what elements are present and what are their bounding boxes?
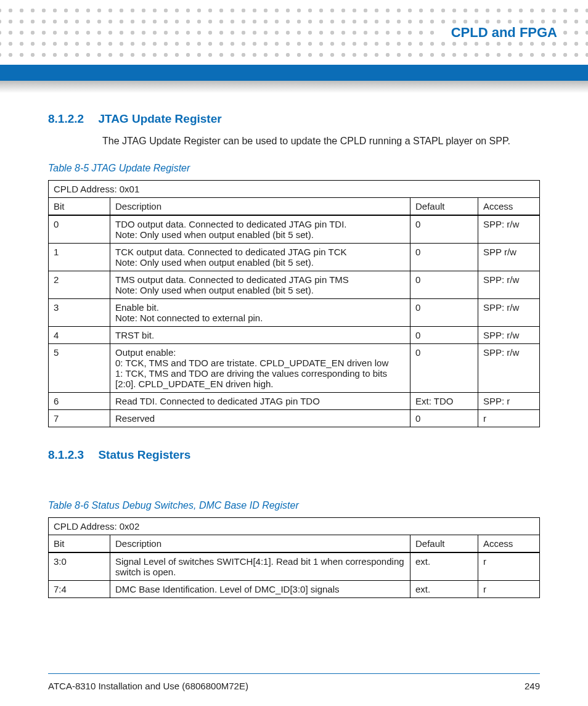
table-header-row: BitDescriptionDefaultAccess — [49, 198, 540, 216]
table-cell: TDO output data. Connected to dedicated … — [110, 215, 410, 244]
table-cell: TMS output data. Connected to dedicated … — [110, 271, 410, 299]
table-header-row: BitDescriptionDefaultAccess — [49, 535, 540, 553]
table-cell: 0 — [410, 327, 478, 344]
table-cell: 5 — [49, 344, 110, 393]
section-title: Status Registers — [98, 448, 190, 461]
table-row: 3:0Signal Level of switches SWITCH[4:1].… — [49, 552, 540, 581]
section-number: 8.1.2.3 — [48, 448, 84, 461]
table-row: 0TDO output data. Connected to dedicated… — [49, 215, 540, 244]
table-8-6: CPLD Address: 0x02BitDescriptionDefaultA… — [48, 517, 540, 598]
table-cell: 3:0 — [49, 552, 110, 581]
table-row: 5Output enable:0: TCK, TMS and TDO are t… — [49, 344, 540, 393]
table-cell: Ext: TDO — [410, 393, 478, 410]
table-header-cell: Default — [410, 535, 478, 553]
table-row: 2TMS output data. Connected to dedicated… — [49, 271, 540, 299]
table-header-cell: Description — [110, 535, 410, 553]
header-blue-bar — [0, 65, 588, 81]
table-cell: 0 — [410, 215, 478, 244]
table-cell: 0 — [410, 410, 478, 427]
table-header-cell: Access — [478, 198, 540, 216]
footer-page-number: 249 — [525, 681, 540, 691]
chapter-title: CPLD and FPGA — [440, 25, 560, 41]
section-title: JTAG Update Register — [98, 112, 221, 125]
table-cell: SPP: r/w — [478, 271, 540, 299]
table-cell: r — [478, 552, 540, 581]
table-cell: 1 — [49, 244, 110, 271]
table-cell: Reserved — [110, 410, 410, 427]
table-cell: 0 — [410, 244, 478, 271]
section-heading-81222: 8.1.2.2 JTAG Update Register — [48, 112, 540, 126]
table-row: 7Reserved0r — [49, 410, 540, 427]
table-header-cell: Description — [110, 198, 410, 216]
table-address-row: CPLD Address: 0x02 — [49, 518, 540, 535]
table-caption-8-5: Table 8-5 JTAG Update Register — [48, 163, 540, 174]
section-body: The JTAG Update Register can be used to … — [102, 136, 540, 147]
table-row: 1TCK output data. Connected to dedicated… — [49, 244, 540, 271]
footer-doc-title: ATCA-8310 Installation and Use (6806800M… — [48, 681, 248, 691]
table-cell: 0 — [49, 215, 110, 244]
table-cell: Output enable:0: TCK, TMS and TDO are tr… — [110, 344, 410, 393]
table-header-cell: Access — [478, 535, 540, 553]
table-cell: Enable bit.Note: Not connected to extern… — [110, 299, 410, 327]
table-cell: SPP: r — [478, 393, 540, 410]
table-cell: 0 — [410, 344, 478, 393]
table-cell: SPP: r/w — [478, 299, 540, 327]
table-cell: ext. — [410, 581, 478, 598]
table-cell: r — [478, 410, 540, 427]
footer-rule — [48, 673, 540, 674]
table-row: 7:4DMC Base Identification. Level of DMC… — [49, 581, 540, 598]
table-cell: Signal Level of switches SWITCH[4:1]. Re… — [110, 552, 410, 581]
table-cell: SPP: r/w — [478, 344, 540, 393]
table-cell: 6 — [49, 393, 110, 410]
table-cell: DMC Base Identification. Level of DMC_ID… — [110, 581, 410, 598]
table-header-cell: Bit — [49, 198, 110, 216]
table-cell: 2 — [49, 271, 110, 299]
table-header-cell: Bit — [49, 535, 110, 553]
table-cell: SPP: r/w — [478, 215, 540, 244]
table-cell: 0 — [410, 271, 478, 299]
section-heading-81223: 8.1.2.3 Status Registers — [48, 448, 540, 462]
header-gradient-bar — [0, 81, 588, 93]
table-caption-8-6: Table 8-6 Status Debug Switches, DMC Bas… — [48, 500, 540, 511]
table-cell: 0 — [410, 299, 478, 327]
table-cell: 3 — [49, 299, 110, 327]
table-cell: 4 — [49, 327, 110, 344]
table-cell: 7:4 — [49, 581, 110, 598]
table-address-cell: CPLD Address: 0x01 — [49, 181, 540, 198]
table-cell: ext. — [410, 552, 478, 581]
table-cell: TRST bit. — [110, 327, 410, 344]
table-row: 3Enable bit.Note: Not connected to exter… — [49, 299, 540, 327]
section-number: 8.1.2.2 — [48, 112, 84, 125]
table-cell: r — [478, 581, 540, 598]
table-cell: 7 — [49, 410, 110, 427]
table-cell: SPP: r/w — [478, 327, 540, 344]
table-cell: Read TDI. Connected to dedicated JTAG pi… — [110, 393, 410, 410]
table-cell: TCK output data. Connected to dedicated … — [110, 244, 410, 271]
table-address-row: CPLD Address: 0x01 — [49, 181, 540, 198]
table-row: 6Read TDI. Connected to dedicated JTAG p… — [49, 393, 540, 410]
table-8-5-body: CPLD Address: 0x01BitDescriptionDefaultA… — [49, 181, 540, 427]
table-address-cell: CPLD Address: 0x02 — [49, 518, 540, 535]
table-cell: SPP r/w — [478, 244, 540, 271]
table-8-5: CPLD Address: 0x01BitDescriptionDefaultA… — [48, 180, 540, 427]
table-header-cell: Default — [410, 198, 478, 216]
table-row: 4TRST bit.0SPP: r/w — [49, 327, 540, 344]
table-8-6-body: CPLD Address: 0x02BitDescriptionDefaultA… — [49, 518, 540, 598]
